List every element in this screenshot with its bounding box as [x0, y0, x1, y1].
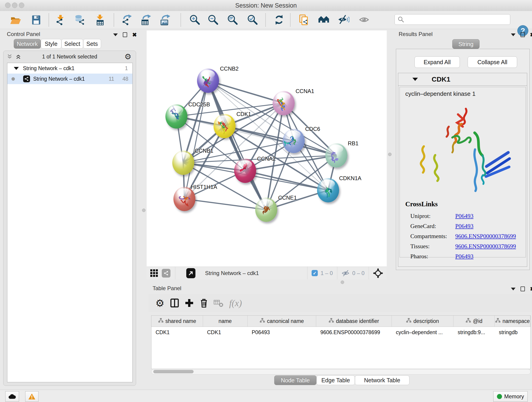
table-cell[interactable]: P06493 [248, 327, 317, 338]
results-panel-maximize-icon[interactable] [520, 32, 525, 37]
column-header-canonical-name[interactable]: canonical name [248, 316, 317, 327]
open-folder-icon[interactable] [9, 13, 22, 26]
cloud-status-button[interactable] [5, 391, 19, 402]
selected-checkbox-icon[interactable]: ✓ [312, 270, 318, 276]
add-column-icon[interactable] [182, 297, 196, 309]
zoom-in-icon[interactable] [188, 13, 201, 26]
tab-network[interactable]: Network [14, 39, 41, 49]
collapse-all-button[interactable]: Collapse All [468, 56, 517, 68]
table-cell[interactable]: stringdb [495, 327, 530, 338]
protein-node-cdc25b[interactable] [165, 104, 187, 128]
column-header-description[interactable]: description [392, 316, 454, 327]
delete-column-trash-icon[interactable] [196, 297, 211, 309]
tab-network-table[interactable]: Network Table [355, 375, 409, 385]
results-panel-float-icon[interactable] [511, 33, 515, 36]
protein-node-hist1h1a[interactable] [173, 187, 196, 211]
save-icon[interactable] [30, 13, 43, 26]
search-box[interactable] [394, 14, 510, 25]
crosslink-link[interactable]: P06493 [455, 223, 473, 230]
import-table-icon[interactable] [94, 13, 106, 26]
control-panel-maximize-icon[interactable] [123, 32, 127, 37]
warning-status-button[interactable] [25, 391, 38, 402]
fit-selected-icon[interactable] [373, 268, 383, 278]
left-splitter-handle[interactable] [142, 209, 146, 212]
bottom-splitter-handle[interactable] [341, 281, 344, 284]
hidden-eye-icon[interactable] [341, 269, 350, 277]
results-panel-close-icon[interactable]: ✖ [530, 33, 532, 37]
export-table-icon[interactable] [139, 13, 152, 26]
protein-node-ccna2[interactable] [234, 159, 256, 183]
crosslink-link[interactable]: 9606.ENSP00000378699 [455, 243, 516, 250]
show-columns-icon[interactable] [167, 297, 182, 309]
protein-node-cdk1[interactable] [214, 114, 235, 138]
column-header-database-identifier[interactable]: database identifier [316, 316, 392, 327]
network-edge[interactable] [245, 171, 328, 190]
import-network-icon[interactable] [54, 13, 67, 26]
column-header--id[interactable]: @id [453, 316, 495, 327]
protein-node-rb1[interactable] [325, 143, 347, 167]
network-panel-gear-icon[interactable]: ⚙ [124, 53, 131, 61]
table-panel-close-icon[interactable]: ✖ [530, 287, 532, 291]
export-network-icon[interactable] [120, 13, 133, 26]
home-icon[interactable] [317, 13, 330, 26]
column-header-namespace[interactable]: namespace [495, 316, 530, 327]
table-cell[interactable]: cyclin–dependent ... [392, 327, 454, 338]
copy-style-icon[interactable] [298, 13, 310, 26]
tab-string[interactable]: String [452, 39, 480, 49]
table-panel-float-icon[interactable] [511, 288, 515, 290]
tab-style[interactable]: Style [41, 39, 61, 49]
show-panel-icon[interactable] [358, 13, 371, 26]
zoom-selected-icon[interactable] [246, 13, 259, 26]
protein-node-cdc6[interactable] [283, 129, 305, 153]
zoom-out-icon[interactable] [207, 13, 220, 26]
protein-section-header[interactable]: CDK1 [398, 73, 527, 86]
network-edge[interactable] [184, 81, 208, 199]
table-panel-maximize-icon[interactable] [520, 287, 525, 291]
network-edge[interactable] [208, 81, 284, 103]
scrollbar-thumb[interactable] [153, 370, 194, 373]
network-edge[interactable] [184, 199, 266, 210]
table-cell[interactable]: stringdb:9... [453, 327, 495, 338]
network-row[interactable]: String Network – cdk1 11 48 [7, 74, 133, 84]
protein-node-ccnb2[interactable] [197, 69, 219, 93]
right-splitter-handle[interactable] [388, 153, 392, 156]
tab-node-table[interactable]: Node Table [274, 375, 317, 385]
crosslink-link[interactable]: P06493 [455, 253, 473, 260]
hide-unhide-icon[interactable] [337, 13, 350, 26]
table-horizontal-scrollbar[interactable] [151, 369, 531, 375]
table-cell[interactable]: 9606.ENSP00000378699 [316, 327, 392, 338]
control-panel-float-icon[interactable] [113, 33, 118, 36]
birds-eye-icon[interactable] [150, 269, 158, 278]
table-settings-gear-icon[interactable]: ⚙ [152, 297, 167, 309]
table-cell[interactable]: CDK1 [152, 327, 203, 338]
expand-all-button[interactable]: Expand All [414, 56, 460, 68]
table-cell[interactable]: CDK1 [203, 327, 248, 338]
section-expander-icon[interactable] [412, 78, 418, 81]
search-input[interactable] [406, 16, 510, 23]
tab-edge-table[interactable]: Edge Table [317, 375, 355, 385]
refresh-icon[interactable] [273, 13, 285, 26]
protein-node-ccne1[interactable] [255, 198, 277, 222]
open-in-window-icon[interactable] [186, 268, 196, 278]
export-image-icon[interactable] [158, 13, 171, 26]
tab-select[interactable]: Select [61, 39, 83, 49]
protein-node-ccnb1[interactable] [172, 151, 194, 175]
table-row[interactable]: CDK1CDK1P064939606.ENSP00000378699cyclin… [152, 327, 530, 338]
column-header-name[interactable]: name [203, 316, 248, 327]
crosslink-link[interactable]: P06493 [455, 213, 473, 220]
column-header-shared-name[interactable]: shared name [152, 316, 203, 327]
protein-node-cdkn1a[interactable] [317, 178, 339, 202]
delete-table-icon[interactable] [211, 297, 226, 309]
control-panel-close-icon[interactable]: ✖ [132, 33, 137, 37]
network-edge[interactable] [208, 81, 266, 210]
crosslink-link[interactable]: 9606.ENSP00000378699 [455, 233, 516, 240]
tree-expander-icon[interactable] [14, 67, 19, 70]
tab-sets[interactable]: Sets [83, 39, 101, 49]
memory-button[interactable]: Memory [493, 391, 528, 402]
protein-node-ccna1[interactable] [273, 91, 295, 115]
network-share-icon[interactable] [162, 269, 171, 278]
network-collection-row[interactable]: String Network – cdk1 1 [7, 63, 133, 74]
import-database-icon[interactable] [73, 13, 86, 26]
network-canvas[interactable]: CCNB2CCNA1CDC25BCDK1CDC6RB1CCNB1CCNA2CDK… [147, 31, 387, 267]
zoom-fit-icon[interactable] [226, 13, 239, 26]
